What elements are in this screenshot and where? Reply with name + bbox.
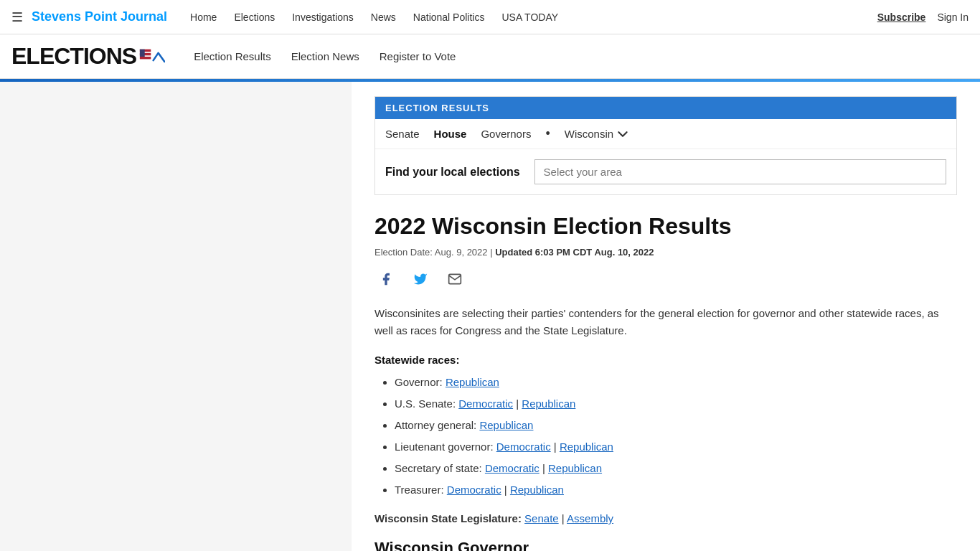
separator: | bbox=[513, 397, 522, 410]
race-governor-label: Governor: bbox=[395, 376, 446, 388]
legislature-assembly-link[interactable]: Assembly bbox=[567, 512, 613, 524]
list-item: Attorney general: Republican bbox=[395, 415, 957, 436]
sidebar bbox=[0, 82, 352, 551]
svg-rect-3 bbox=[140, 49, 145, 56]
site-name-suffix: Journal bbox=[121, 9, 167, 24]
state-selector-label: Wisconsin bbox=[565, 128, 613, 140]
list-item: Secretary of state: Democratic | Republi… bbox=[395, 458, 957, 479]
hamburger-menu-icon[interactable]: ☰ bbox=[11, 9, 23, 25]
list-item: Governor: Republican bbox=[395, 372, 957, 393]
legislature-label: Wisconsin State Legislature: bbox=[374, 512, 522, 524]
elections-header: ELECTIONS Election Results Election News… bbox=[0, 34, 980, 79]
ag-republican-link[interactable]: Republican bbox=[479, 419, 533, 431]
separator: | bbox=[551, 441, 560, 453]
nav-national-politics[interactable]: National Politics bbox=[413, 11, 485, 23]
top-nav-links: Home Elections Investigations News Natio… bbox=[190, 11, 877, 23]
ltgov-democratic-link[interactable]: Democratic bbox=[496, 441, 551, 453]
race-senate-label: U.S. Senate: bbox=[395, 397, 458, 410]
election-news-nav[interactable]: Election News bbox=[291, 50, 359, 62]
race-treasurer-label: Treasurer: bbox=[395, 484, 447, 496]
treasurer-democratic-link[interactable]: Democratic bbox=[447, 484, 501, 496]
race-ltgov-label: Lieutenant governor: bbox=[395, 441, 496, 453]
updated-date: Updated 6:03 PM CDT Aug. 10, 2022 bbox=[495, 247, 654, 258]
find-local-label: Find your local elections bbox=[385, 166, 520, 179]
ltgov-republican-link[interactable]: Republican bbox=[560, 441, 613, 453]
facebook-icon[interactable] bbox=[374, 268, 397, 291]
separator: | bbox=[540, 462, 548, 474]
email-icon[interactable] bbox=[443, 268, 466, 291]
nav-usa-today[interactable]: USA TODAY bbox=[501, 11, 558, 23]
tab-governors[interactable]: Governors bbox=[481, 128, 531, 140]
chevron-down-icon bbox=[618, 129, 628, 139]
sos-republican-link[interactable]: Republican bbox=[548, 462, 602, 474]
senate-republican-link[interactable]: Republican bbox=[522, 397, 575, 410]
tab-house[interactable]: House bbox=[434, 128, 467, 140]
race-ag-label: Attorney general: bbox=[395, 419, 479, 431]
elections-nav-links: Election Results Election News Register … bbox=[194, 50, 456, 62]
election-tabs: Senate House Governors • Wisconsin bbox=[375, 119, 956, 149]
nav-investigations[interactable]: Investigations bbox=[292, 11, 354, 23]
election-date-label: Election Date: Aug. 9, 2022 bbox=[374, 247, 488, 258]
legislature-senate-link[interactable]: Senate bbox=[524, 512, 559, 524]
elections-logo: ELECTIONS bbox=[11, 43, 165, 70]
list-item: Treasurer: Democratic | Republican bbox=[395, 479, 957, 501]
elections-flag-icon bbox=[139, 48, 165, 65]
site-name: Stevens Point Journal bbox=[32, 9, 167, 24]
tab-senate[interactable]: Senate bbox=[385, 128, 420, 140]
race-sos-label: Secretary of state: bbox=[395, 462, 485, 474]
article-title: 2022 Wisconsin Election Results bbox=[374, 212, 957, 240]
separator: | bbox=[501, 484, 510, 496]
treasurer-republican-link[interactable]: Republican bbox=[510, 484, 564, 496]
social-icons bbox=[374, 268, 957, 291]
legislature-separator: | bbox=[562, 512, 567, 524]
election-results-box-header: ELECTION RESULTS bbox=[375, 97, 956, 119]
nav-news[interactable]: News bbox=[371, 11, 396, 23]
election-date: Election Date: Aug. 9, 2022 | Updated 6:… bbox=[374, 247, 957, 258]
governor-republican-link[interactable]: Republican bbox=[446, 376, 499, 388]
nav-home[interactable]: Home bbox=[190, 11, 217, 23]
content-area: ELECTION RESULTS Senate House Governors … bbox=[352, 82, 980, 551]
elections-logo-text: ELECTIONS bbox=[11, 43, 136, 70]
twitter-icon[interactable] bbox=[409, 268, 432, 291]
tab-separator-dot: • bbox=[545, 126, 550, 141]
legislature-section: Wisconsin State Legislature: Senate | As… bbox=[374, 512, 957, 524]
list-item: U.S. Senate: Democratic | Republican bbox=[395, 393, 957, 415]
find-local-section: Find your local elections bbox=[375, 149, 956, 194]
site-name-prefix: Stevens Point bbox=[32, 9, 121, 24]
main-layout: ELECTION RESULTS Senate House Governors … bbox=[0, 82, 980, 551]
sos-democratic-link[interactable]: Democratic bbox=[485, 462, 540, 474]
area-selector-input[interactable] bbox=[534, 159, 946, 184]
wisconsin-governor-heading: Wisconsin Governor bbox=[374, 539, 957, 551]
election-results-nav[interactable]: Election Results bbox=[194, 50, 271, 62]
senate-democratic-link[interactable]: Democratic bbox=[458, 397, 513, 410]
state-selector[interactable]: Wisconsin bbox=[565, 128, 628, 140]
statewide-section: Statewide races: Governor: Republican U.… bbox=[374, 354, 957, 501]
nav-elections[interactable]: Elections bbox=[234, 11, 275, 23]
list-item: Lieutenant governor: Democratic | Republ… bbox=[395, 436, 957, 458]
election-results-box: ELECTION RESULTS Senate House Governors … bbox=[374, 96, 957, 195]
statewide-list: Governor: Republican U.S. Senate: Democr… bbox=[374, 372, 957, 501]
svg-rect-2 bbox=[140, 57, 151, 59]
article-body-text: Wisconsinites are selecting their partie… bbox=[374, 305, 957, 339]
register-to-vote-nav[interactable]: Register to Vote bbox=[380, 50, 456, 62]
subscribe-button[interactable]: Subscribe bbox=[877, 11, 926, 23]
top-navigation: ☰ Stevens Point Journal Home Elections I… bbox=[0, 0, 980, 34]
signin-button[interactable]: Sign In bbox=[937, 11, 969, 23]
top-nav-right: Subscribe Sign In bbox=[877, 11, 969, 23]
statewide-label: Statewide races: bbox=[374, 354, 957, 366]
